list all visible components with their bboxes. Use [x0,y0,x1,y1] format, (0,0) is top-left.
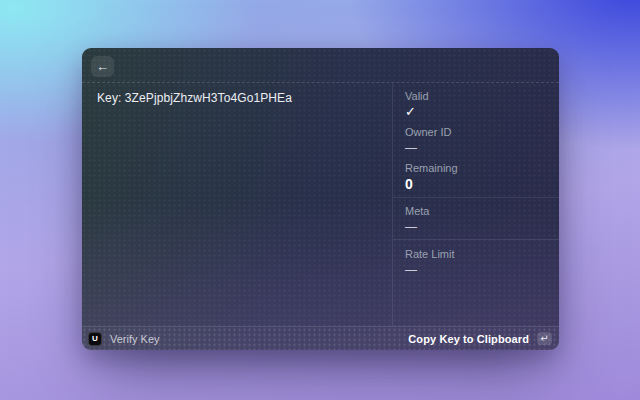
footer-bar: U Verify Key Copy Key to Clipboard ↵ [82,326,559,350]
owner-id-label: Owner ID [405,125,547,139]
meta-label: Meta [405,204,547,218]
copy-key-button[interactable]: Copy Key to Clipboard [408,333,529,345]
details-section-rate-limit: Rate Limit — [393,239,559,326]
detail-group-rate-limit: Rate Limit — [405,247,547,279]
valid-label: Valid [405,89,547,103]
logo-glyph: U [92,334,98,343]
verify-key-label: Verify Key [110,333,160,345]
rate-limit-label: Rate Limit [405,247,547,261]
detail-group-remaining: Remaining 0 [405,161,547,193]
detail-group-owner-id: Owner ID — [405,125,547,157]
remaining-label: Remaining [405,161,547,175]
key-value-text: Key: 3ZePjpbjZhzwH3To4Go1PHEa [97,90,377,106]
details-section-meta: Meta — [393,197,559,239]
back-arrow-icon: ← [96,57,109,77]
meta-value: — [405,218,547,236]
detail-group-valid: Valid ✓ [405,89,547,121]
unkey-logo-icon: U [88,332,102,346]
remaining-value: 0 [405,175,547,193]
owner-id-value: — [405,139,547,157]
enter-glyph: ↵ [540,332,548,345]
enter-key-icon[interactable]: ↵ [537,332,552,345]
detail-group-meta: Meta — [405,204,547,236]
window-titlebar: ← [82,48,559,83]
key-details-panel: Valid ✓ Owner ID — Remaining 0 Meta — [392,83,559,326]
key-verification-window: ← Key: 3ZePjpbjZhzwH3To4Go1PHEa Valid ✓ … [82,48,559,350]
main-area: Key: 3ZePjpbjZhzwH3To4Go1PHEa Valid ✓ Ow… [82,83,559,326]
key-display-area: Key: 3ZePjpbjZhzwH3To4Go1PHEa [82,83,392,326]
details-section-status: Valid ✓ Owner ID — Remaining 0 [393,83,559,197]
back-button[interactable]: ← [91,56,114,77]
rate-limit-value: — [405,261,547,279]
valid-check-icon: ✓ [405,103,547,121]
